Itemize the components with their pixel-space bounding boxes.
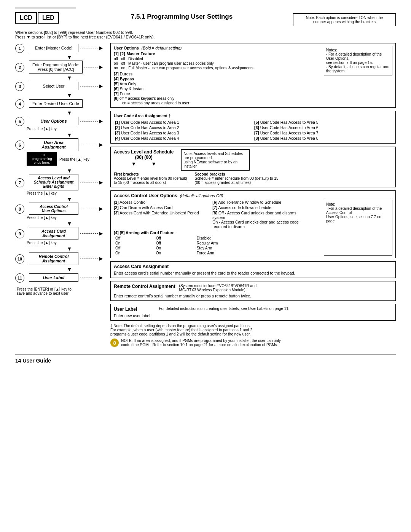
user-options-header: User Options (114, 46, 139, 50)
user-code-area-header: User Code Area Assignment † (114, 113, 392, 118)
step-9-num: 9 (15, 229, 24, 238)
access-control-section: Access Control User Options (default: al… (110, 190, 396, 258)
press-key-5: Press the [▲] key (27, 127, 103, 131)
access-level-header: Access Level and Schedule (114, 149, 174, 155)
arrow-1: ▼ (36, 54, 103, 61)
arm-stay: Stay Arm (195, 246, 316, 251)
area-8: [8] User Code Has Access to Area 8 (253, 136, 392, 141)
arm-off-on-1: Off (114, 246, 155, 251)
access-level-brackets: (00) (00) (114, 155, 174, 160)
step-2-num: 2 (15, 63, 24, 72)
arrow-7: ▼ (36, 196, 103, 203)
access-card-header: Access Card Assignment (114, 264, 392, 269)
opt-off-off-2: off (121, 57, 125, 61)
area-2: [2] User Code Has Access to Area 2 (114, 125, 253, 130)
step-5-box: User Options (29, 117, 78, 125)
area-6: [6] User Code Has Access to Area 6 (253, 125, 392, 130)
access-control-box: Access Control User Options (default: al… (110, 190, 396, 258)
pgm-note-text: NOTE: If no area is assigned, and if PGM… (121, 339, 281, 347)
dagger-note: † Note: The default setting depends on t… (110, 324, 396, 336)
arm-regular: Regular Arm (195, 241, 316, 246)
step-2-box: Enter Programming Mode: Press [0] then [… (29, 61, 83, 73)
arrow-9: ▼ (36, 245, 103, 252)
pgm-icon: 8 (110, 339, 119, 347)
arm-off-off-1: Off (114, 236, 155, 241)
step-8-box: Access Control User Options (29, 203, 78, 215)
arrow-10: ▼ (36, 266, 103, 273)
access-control-note: Note: - For a detailed description of th… (324, 200, 392, 256)
arrow-2: ▼ (36, 74, 103, 81)
arrow-5: ▼ (36, 131, 103, 138)
area-4: [4] User Code Has Access to Area 4 (114, 136, 253, 141)
arrow-3: ▼ (36, 92, 103, 99)
arm-off-on-2: On (155, 246, 195, 251)
top-rule (15, 8, 76, 8)
access-level-arrows: ▼ ▼ (114, 161, 174, 167)
user-options-italic: (Bold = default setting) (142, 46, 182, 50)
user-label-desc: Enter new user label. (114, 313, 151, 318)
step-3-box: Select User (29, 82, 78, 90)
step-1-box: Enter [Master Code] (29, 44, 78, 52)
remote-control-section: Remote Control Assignment (System must i… (110, 281, 396, 301)
led-label: LED (38, 12, 59, 24)
press-key-8: Press the [▲] key (27, 216, 103, 220)
user-options-section: User Options (Bold = default setting) [1… (110, 43, 396, 108)
opt-2: [2] (120, 51, 125, 56)
first-brackets-col: First brackets Access Level = enter leve… (114, 172, 187, 185)
opt-disabled: Disabled (128, 57, 143, 61)
area-7: [7] User Code Has Access to Area 7 (253, 130, 392, 136)
arm-on-on-1: On (114, 251, 155, 256)
where-note: Where sections [002] to [999] represent … (15, 30, 396, 39)
opt-on-on-1: on (114, 66, 118, 70)
lcd-label: LCD (15, 12, 37, 24)
step-6-num: 6 (15, 141, 24, 150)
second-brackets-title: Second brackets (195, 172, 279, 176)
arm-on-off-2: Off (155, 241, 195, 246)
opt-on-off-1: on (114, 61, 118, 66)
arrow-6: ▼ (36, 167, 103, 174)
save-note: Press the [ENTER] or [▲] key to save and… (17, 287, 103, 296)
user-label-section: User Label Enter new user label. For det… (110, 304, 396, 321)
user-label-note: For detailed instructions on creating us… (159, 307, 392, 311)
user-code-area-table: [1] User Code Has Access to Area 1 [5] U… (114, 120, 392, 141)
opt-off-off-1: off (114, 57, 118, 61)
step-10-box: Remote Control Assignment (29, 252, 78, 265)
step-10-num: 10 (15, 254, 24, 264)
step-3-num: 3 (15, 82, 24, 91)
step-1-num: 1 (15, 44, 24, 53)
arming-table: OffOffDisabled OnOffRegular Arm OffOnSta… (114, 236, 316, 256)
remote-control-desc: Enter remote control's serial number man… (114, 294, 392, 298)
second-brackets-desc: Schedule = enter schedule from 00 (defau… (195, 176, 279, 185)
access-level-box: Access Level and Schedule (00) (00) ▼ ▼ … (110, 147, 396, 187)
user-options-note: Notes: - For a detailed description of t… (324, 46, 392, 75)
step-5-num: 5 (15, 117, 24, 126)
opt-full-master: Full Master - user can program user acce… (128, 66, 253, 70)
area-1: [1] User Code Has Access to Area 1 (114, 120, 253, 125)
opt-7: [7] (114, 91, 119, 96)
opt-bypass: Bypass (120, 77, 134, 81)
opt-3: [3] (114, 72, 119, 76)
opt-4: [4] (114, 77, 119, 81)
step-7-num: 7 (15, 178, 24, 187)
user-code-area-box: User Code Area Assignment † [1] User Cod… (110, 111, 396, 144)
access-card-desc: Enter access card's serial number manual… (114, 271, 392, 275)
opt-on-off-2: off (121, 61, 125, 66)
arming-header: [4] [5] Arming with Card Feature (114, 230, 316, 235)
arm-on-off-1: On (114, 241, 155, 246)
press-key-6: Press the [▲] key (59, 157, 89, 161)
note-top: Note: Each option is considered ON when … (293, 13, 396, 26)
remote-control-header: Remote Control Assignment (114, 284, 175, 289)
arm-disabled: Disabled (195, 236, 316, 241)
access-control-header: Access Control User Options (114, 193, 177, 198)
page-footer: 14 User Guide (15, 355, 396, 364)
press-key-9: Press the [▲] key (27, 241, 103, 245)
access-card-section: Access Card Assignment Enter access card… (110, 261, 396, 278)
bottom-notes: † Note: The default setting depends on t… (110, 324, 396, 347)
user-label-box: User Label Enter new user label. For det… (110, 304, 396, 321)
step-4-num: 4 (15, 99, 24, 109)
remote-control-box: Remote Control Assignment (System must i… (110, 281, 396, 301)
first-brackets-desc: Access Level = enter level from 00 (defa… (114, 176, 187, 185)
opt-6: [6] (114, 86, 119, 91)
lcd-led-logo: LCD LED (15, 12, 59, 24)
page-title: 7.5.1 Programming User Settings (70, 11, 293, 21)
